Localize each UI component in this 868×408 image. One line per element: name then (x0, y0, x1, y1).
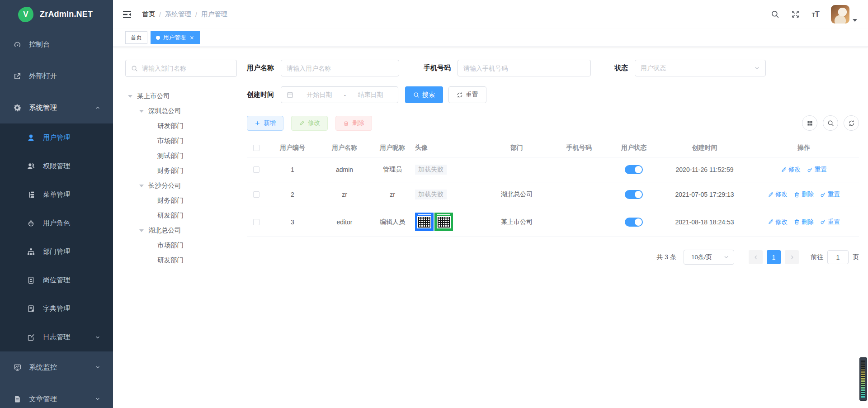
tree-node[interactable]: 湖北总公司 (125, 223, 237, 238)
prev-page-button[interactable] (749, 250, 763, 264)
sidebar-item-dept-mgmt[interactable]: 部门管理 (0, 237, 113, 266)
status-select[interactable]: 用户状态 (635, 60, 766, 76)
reset-button[interactable]: 重置 (448, 86, 486, 103)
select-all-checkbox[interactable] (253, 145, 259, 151)
sidebar-item-system[interactable]: 系统管理 (0, 92, 113, 123)
phone-label: 手机号码 (424, 64, 451, 72)
tree-node-label: 深圳总公司 (148, 107, 181, 115)
sidebar-item-user-role[interactable]: 用户角色 (0, 209, 113, 237)
tree-node[interactable]: 研发部门 (125, 253, 237, 268)
table-row: 1 admin 管理员 加载失败 2020-11-26 11:52:59 修改 … (247, 157, 859, 182)
dictionary-icon (27, 305, 35, 313)
sidebar-item-dashboard[interactable]: 控制台 (0, 28, 113, 60)
plus-icon (255, 120, 260, 126)
avatar[interactable] (831, 5, 849, 24)
row-edit-link[interactable]: 修改 (781, 166, 801, 174)
caret-down-icon[interactable] (128, 95, 132, 98)
refresh-icon (457, 92, 463, 98)
tree-node-label: 研发部门 (157, 211, 184, 220)
caret-down-icon[interactable] (139, 229, 144, 232)
tree-node[interactable]: 深圳总公司 (125, 104, 237, 119)
status-toggle-on[interactable] (625, 165, 643, 174)
user-icon (27, 134, 35, 142)
row-delete-link[interactable]: 删除 (794, 218, 814, 226)
monitor-icon (14, 364, 21, 371)
page-size-select[interactable]: 10条/页 (684, 250, 734, 265)
username-input[interactable] (287, 65, 393, 72)
reset-button-label: 重置 (466, 91, 478, 99)
sidebar-item-log-mgmt[interactable]: 日志管理 (0, 323, 113, 351)
dept-search-input[interactable] (142, 65, 231, 72)
sidebar-item-label: 用户管理 (43, 133, 70, 142)
goto-page-input[interactable] (827, 250, 849, 264)
tab-home[interactable]: 首页 (125, 31, 147, 44)
next-page-button[interactable] (785, 250, 799, 264)
tree-node[interactable]: 财务部门 (125, 163, 237, 178)
row-edit-link[interactable]: 修改 (768, 190, 788, 199)
add-button[interactable]: 新增 (247, 116, 283, 131)
tree-node-label: 湖北总公司 (148, 226, 181, 235)
app-logo[interactable]: V ZrAdmin.NET (0, 0, 113, 28)
tree-node[interactable]: 研发部门 (125, 208, 237, 223)
sidebar-item-label: 外部打开 (29, 71, 57, 81)
sidebar-item-label: 菜单管理 (43, 190, 70, 199)
sidebar-item-monitor[interactable]: 系统监控 (0, 351, 113, 383)
sidebar-item-dict-mgmt[interactable]: 字典管理 (0, 294, 113, 323)
row-checkbox[interactable] (253, 219, 259, 225)
search-icon[interactable] (771, 10, 779, 19)
sidebar-item-permission-mgmt[interactable]: 权限管理 (0, 152, 113, 180)
row-reset-password-link[interactable]: 重置 (820, 190, 840, 199)
page-number-button[interactable]: 1 (767, 250, 781, 264)
phone-input[interactable] (463, 65, 585, 72)
status-toggle-on[interactable] (625, 218, 643, 227)
tab-user-mgmt[interactable]: 用户管理 (151, 31, 200, 44)
date-start-placeholder[interactable]: 开始日期 (297, 91, 341, 99)
row-reset-password-link[interactable]: 重置 (807, 166, 827, 174)
refresh-table-button[interactable] (844, 115, 859, 131)
dept-search-box[interactable] (125, 60, 237, 77)
caret-down-icon[interactable] (139, 185, 144, 187)
row-checkbox[interactable] (253, 166, 259, 173)
tree-node[interactable]: 某上市公司 (125, 89, 237, 104)
delete-button[interactable]: 删除 (335, 116, 372, 131)
tree-node[interactable]: 市场部门 (125, 133, 237, 148)
row-reset-password-link[interactable]: 重置 (820, 218, 840, 226)
row-checkbox[interactable] (253, 191, 259, 198)
scroll-indicator-widget[interactable] (859, 357, 867, 401)
date-range-picker[interactable]: 开始日期 - 结束日期 (281, 86, 398, 103)
avatar-load-failed: 加载失败 (415, 165, 447, 175)
fullscreen-icon[interactable] (791, 10, 800, 19)
status-toggle-on[interactable] (625, 190, 643, 199)
search-button[interactable]: 搜索 (405, 86, 443, 103)
username-field[interactable] (281, 60, 399, 76)
chevron-down-icon (723, 254, 729, 260)
tree-node[interactable]: 财务部门 (125, 193, 237, 208)
sidebar-collapse-icon[interactable] (122, 9, 132, 19)
font-size-icon[interactable]: тT (811, 10, 819, 19)
user-menu[interactable] (831, 5, 857, 24)
avatar-qr-images[interactable] (415, 213, 453, 231)
tree-node[interactable]: 长沙分公司 (125, 178, 237, 193)
sidebar-item-menu-mgmt[interactable]: 菜单管理 (0, 180, 113, 209)
phone-field[interactable] (458, 60, 591, 76)
sidebar-item-article[interactable]: 文章管理 (0, 383, 113, 408)
tree-node[interactable]: 研发部门 (125, 119, 237, 133)
row-delete-link[interactable]: 删除 (794, 190, 814, 199)
edit-button[interactable]: 修改 (291, 116, 328, 131)
sidebar-submenu-system: 用户管理 权限管理 菜单管理 用户角色 部门管理 岗位管理 字典管理 日志管理 (0, 123, 113, 351)
cell-nickname: 编辑人员 (370, 216, 415, 228)
sidebar-item-post-mgmt[interactable]: 岗位管理 (0, 266, 113, 294)
toggle-search-button[interactable] (823, 115, 838, 131)
tab-label: 首页 (131, 34, 142, 42)
caret-down-icon[interactable] (139, 110, 144, 113)
sidebar-item-external[interactable]: 外部打开 (0, 60, 113, 92)
close-icon[interactable] (189, 35, 194, 40)
tree-node[interactable]: 市场部门 (125, 238, 237, 253)
date-end-placeholder[interactable]: 结束日期 (349, 91, 392, 99)
row-edit-link[interactable]: 修改 (768, 218, 788, 226)
column-settings-button[interactable] (802, 115, 817, 131)
sidebar-item-user-mgmt[interactable]: 用户管理 (0, 123, 113, 152)
tree-node[interactable]: 测试部门 (125, 148, 237, 163)
created-label: 创建时间 (247, 90, 274, 99)
breadcrumb-home[interactable]: 首页 (142, 10, 155, 19)
